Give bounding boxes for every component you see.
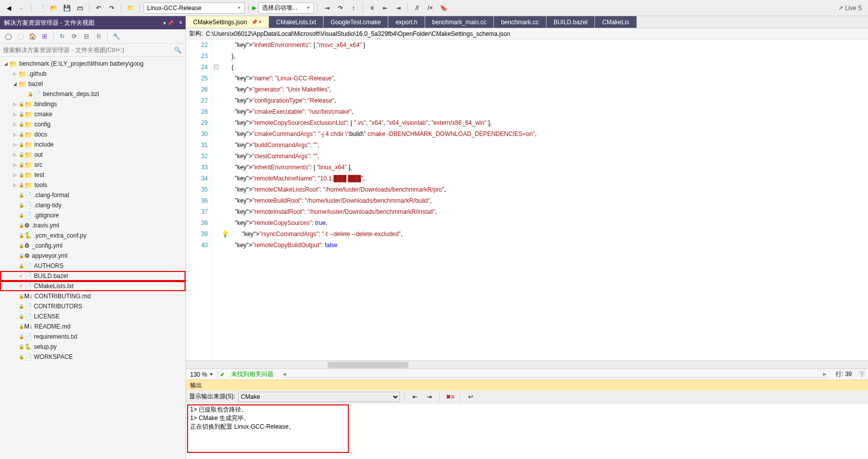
code-line[interactable]: "key">"inheritEnvironments": [ "msvc_x64… [221, 39, 868, 51]
code-line[interactable]: "key">"cmakeExecutable": "/usr/bin/cmake… [221, 106, 868, 117]
undo-icon[interactable]: ↶ [93, 3, 104, 14]
root-folder[interactable]: ◢📁benchmark (E:\LY_project\lithium batte… [0, 59, 186, 69]
expander-icon[interactable]: ▷ [11, 122, 18, 127]
step-icon[interactable]: ⇥ [322, 3, 333, 14]
step-out-icon[interactable]: ↑ [348, 3, 359, 14]
tab-benchmark-main-cc[interactable]: benchmark_main.cc [425, 16, 494, 28]
file-AUTHORS[interactable]: 🔒📄AUTHORS [0, 261, 186, 271]
code-line[interactable]: "key">"remoteMachineName": "10.1.███.███… [221, 173, 868, 184]
file-CMakeLists-txt[interactable]: ✓📄CMakeLists.txt [0, 281, 186, 291]
list-icon[interactable]: ≡ [367, 3, 378, 14]
code-line[interactable]: "key">"ctestCommandArgs": "", [221, 151, 868, 162]
play-icon[interactable]: ▶ [252, 5, 256, 11]
expander-icon[interactable]: ▷ [11, 112, 18, 117]
file-BUILD-bazel[interactable]: ✓📄BUILD.bazel [0, 271, 186, 281]
tab-CMakeLis[interactable]: CMakeLis [595, 16, 636, 28]
expander-icon[interactable]: ▷ [11, 152, 18, 157]
code-editor[interactable]: 22232425262728293031323334353637383940 −… [186, 39, 868, 360]
file-appveyor-yml[interactable]: 🔒⚙appveyor.yml [0, 251, 186, 261]
expander-icon[interactable]: ▷ [11, 172, 18, 177]
tab-CMakeLists-txt[interactable]: CMakeLists.txt [269, 16, 324, 28]
wrap-icon[interactable]: ↩ [465, 391, 476, 402]
tab-BUILD-bazel[interactable]: BUILD.bazel [546, 16, 595, 28]
comment-icon[interactable]: // [412, 3, 423, 14]
pin-icon[interactable]: 📌 × [251, 19, 262, 25]
collapse-icon[interactable]: ⊟ [81, 31, 92, 41]
folder-docs[interactable]: ▷🔒📁docs [0, 129, 186, 140]
code-line[interactable]: 💡 "key">"rsyncCommandArgs": "-t --delete… [221, 228, 868, 240]
code-line[interactable]: "key">"cmakeCommandArgs": "-j 4 chdir \"… [221, 128, 868, 140]
live-share-button[interactable]: ↗ Live S [835, 5, 865, 12]
file-LICENSE[interactable]: 🔒📄LICENSE [0, 311, 186, 322]
code-line[interactable]: }, [221, 51, 868, 62]
tab-benchmark-cc[interactable]: benchmark.cc [494, 16, 546, 28]
code-line[interactable]: "key">"generator": "Unix Makefiles", [221, 84, 868, 95]
code-line[interactable]: "key">"remoteInstallRoot": "/home/luster… [221, 206, 868, 217]
save-icon[interactable]: 💾 [61, 3, 72, 14]
zoom-combo[interactable]: 130 %▼ [186, 371, 218, 378]
bookmark-icon[interactable]: 🔖 [438, 3, 449, 14]
new-file-icon[interactable]: 📄 [35, 3, 46, 14]
sync-icon[interactable]: ⟳ [69, 31, 79, 41]
nav-back-icon[interactable]: ◀ [3, 3, 14, 14]
copy-icon[interactable]: ⎘ [94, 31, 104, 41]
expander-icon[interactable]: ▷ [11, 102, 18, 107]
file-tree[interactable]: ◢📁benchmark (E:\LY_project\lithium batte… [0, 57, 186, 459]
config-dropdown[interactable]: Linux-GCC-Release ▼ [144, 3, 245, 14]
file--gitignore[interactable]: 🔒📄.gitignore [0, 210, 186, 220]
file--travis-yml[interactable]: 🔒⚙.travis.yml [0, 220, 186, 231]
launch-dropdown[interactable]: 选择启动项... ▼ [258, 3, 314, 14]
outdent-icon[interactable]: ⇥ [393, 3, 404, 14]
folder-include[interactable]: ▷🔒📁include [0, 140, 186, 150]
expander-icon[interactable]: ▷ [11, 162, 18, 167]
save-all-icon[interactable]: 🗃 [74, 3, 85, 14]
solution-search[interactable]: 🔍 [0, 43, 186, 57]
file--clang-tidy[interactable]: 🔒📄.clang-tidy [0, 200, 186, 210]
open-icon[interactable]: 📂 [48, 3, 59, 14]
properties-icon[interactable]: 🔧 [111, 31, 121, 41]
expander-icon[interactable]: ◢ [2, 61, 9, 66]
editor-hscroll[interactable] [186, 360, 868, 369]
back-icon[interactable]: ◯ [3, 31, 13, 41]
code-line[interactable]: "key">"inheritEnvironments": [ "linux_x6… [221, 162, 868, 173]
file-README-md[interactable]: 🔒M↓README.md [0, 322, 186, 332]
file-setup-py[interactable]: 🔒🐍setup.py [0, 342, 186, 352]
expander-icon[interactable]: ▷ [11, 132, 18, 137]
switch-view-icon[interactable]: ⊞ [39, 31, 50, 41]
tab-CMakeSettings-json[interactable]: CMakeSettings.json📌 × [186, 16, 269, 28]
code-line[interactable]: "key">"remoteCopyBuildOutput": false [221, 240, 868, 251]
indent-left-icon[interactable]: ⇤ [409, 391, 421, 402]
nav-fwd-icon[interactable]: ▸ [16, 3, 27, 14]
folder-cmake[interactable]: ▷🔒📁cmake [0, 109, 186, 119]
home-icon[interactable]: 🏠 [27, 31, 37, 41]
file-benchmark-deps[interactable]: 🔒📄benchmark_deps.bzl [0, 89, 186, 99]
code-body[interactable]: "key">"inheritEnvironments": [ "msvc_x64… [221, 39, 868, 360]
folder-out[interactable]: ▷🔒📁out [0, 150, 186, 160]
code-line[interactable]: "key">"name": "Linux-GCC-Release", [221, 73, 868, 84]
uncomment-icon[interactable]: /× [425, 3, 436, 14]
folder-bindings[interactable]: ▷🔒📁bindings [0, 99, 186, 109]
file-CONTRIBUTORS[interactable]: 🔒📄CONTRIBUTORS [0, 301, 186, 311]
file--config-yml[interactable]: 🔒⚙_config.yml [0, 241, 186, 251]
expander-icon[interactable]: ▷ [11, 182, 18, 188]
step-over-icon[interactable]: ↷ [335, 3, 346, 14]
expander-icon[interactable]: ◢ [11, 81, 18, 86]
fold-toggle[interactable]: − [214, 65, 218, 69]
file--ycm-extra-conf-py[interactable]: 🔒🐍.ycm_extra_conf.py [0, 231, 186, 241]
folder-config[interactable]: ▷🔒📁config [0, 119, 186, 129]
file--clang-format[interactable]: 🔒📄.clang-format [0, 190, 186, 200]
expander-icon[interactable]: ▷ [11, 142, 18, 147]
folder-bazel[interactable]: ◢📁bazel [0, 79, 186, 89]
folder-test[interactable]: ▷🔒📁test [0, 170, 186, 180]
code-line[interactable]: { [221, 62, 868, 73]
pin-icon[interactable]: ▾ 📌 [163, 20, 173, 26]
folder-.github[interactable]: ▷📁.github [0, 69, 186, 79]
file-WORKSPACE[interactable]: 🔒📄WORKSPACE [0, 352, 186, 362]
code-line[interactable]: "key">"remoteCopySources": true, [221, 217, 868, 228]
close-icon[interactable]: × [179, 19, 182, 26]
scroll-thumb[interactable] [328, 362, 408, 368]
folder-tools[interactable]: ▷🔒📁tools [0, 180, 186, 190]
code-line[interactable]: "key">"configurationType": "Release", [221, 95, 868, 106]
output-body[interactable]: 1> 已提取包含路径。1> CMake 生成完毕。正在切换到配置 Linux-G… [186, 403, 868, 459]
file-CONTRIBUTING-md[interactable]: 🔒M↓CONTRIBUTING.md [0, 291, 186, 301]
